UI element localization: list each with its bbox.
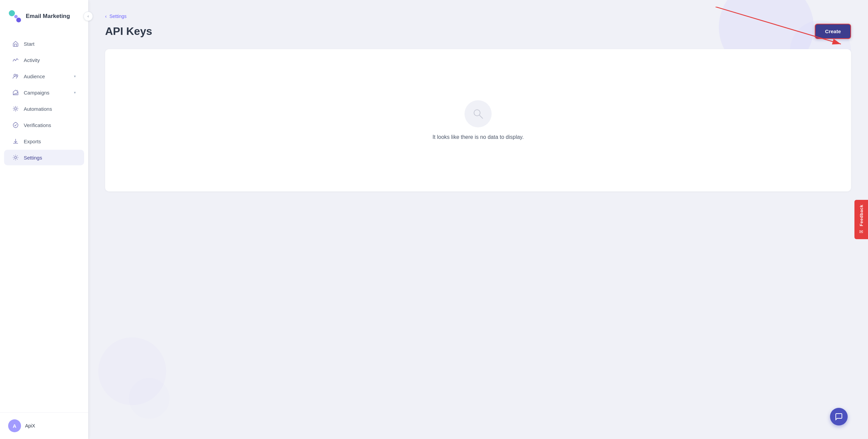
feedback-button[interactable]: Feedback ✉ (854, 200, 868, 239)
audience-icon (12, 73, 19, 80)
automations-icon (12, 105, 19, 112)
sidebar-item-campaigns-label: Campaigns (24, 90, 69, 96)
sidebar-item-start[interactable]: Start (4, 36, 84, 51)
sidebar-item-settings-label: Settings (24, 155, 76, 161)
feedback-icon: ✉ (859, 229, 863, 234)
chat-icon (835, 413, 843, 421)
page-title: API Keys (105, 25, 152, 38)
home-icon (12, 40, 19, 47)
empty-message: It looks like there is no data to displa… (432, 134, 524, 140)
sidebar-nav: Start Activity Audience ▾ (0, 33, 88, 412)
chevron-down-icon: ▾ (74, 74, 76, 79)
svg-point-2 (15, 108, 17, 110)
search-icon (472, 108, 484, 120)
svg-point-3 (15, 156, 17, 159)
svg-point-0 (14, 74, 16, 76)
sidebar-item-audience-label: Audience (24, 74, 69, 79)
app-title: Email Marketing (26, 13, 70, 20)
chevron-down-icon: ▾ (74, 90, 76, 95)
sidebar-item-campaigns[interactable]: Campaigns ▾ (4, 85, 84, 100)
svg-point-1 (16, 75, 18, 77)
user-name: ApiX (25, 423, 35, 428)
sidebar-collapse-button[interactable]: ‹ (83, 12, 93, 21)
empty-state: It looks like there is no data to displa… (432, 100, 524, 140)
verifications-icon (12, 122, 19, 128)
sidebar: Email Marketing ‹ Start Activity (0, 0, 88, 439)
sidebar-item-automations-label: Automations (24, 106, 76, 112)
exports-icon (12, 138, 19, 145)
settings-icon (12, 154, 19, 161)
app-logo (8, 9, 22, 23)
sidebar-footer: A ApiX (0, 412, 88, 439)
sidebar-item-exports[interactable]: Exports (4, 133, 84, 149)
breadcrumb-parent[interactable]: Settings (110, 14, 127, 19)
create-button[interactable]: Create (815, 24, 851, 39)
breadcrumb: ‹ Settings (105, 14, 851, 19)
breadcrumb-chevron: ‹ (105, 14, 107, 19)
sidebar-item-activity[interactable]: Activity (4, 52, 84, 68)
avatar: A (8, 419, 21, 432)
page-header: API Keys Create (105, 24, 851, 39)
empty-icon (465, 100, 492, 127)
sidebar-item-exports-label: Exports (24, 139, 76, 144)
campaigns-icon (12, 89, 19, 96)
sidebar-item-verifications-label: Verifications (24, 122, 76, 128)
svg-line-7 (479, 115, 483, 119)
sidebar-item-settings[interactable]: Settings (4, 150, 84, 165)
content-card: It looks like there is no data to displa… (105, 49, 851, 191)
feedback-label: Feedback (859, 205, 864, 226)
main-content: ‹ Settings API Keys Create It looks like… (88, 0, 868, 439)
chat-button[interactable] (830, 408, 848, 425)
sidebar-item-start-label: Start (24, 41, 76, 47)
sidebar-item-automations[interactable]: Automations (4, 101, 84, 117)
sidebar-header: Email Marketing (0, 0, 88, 33)
sidebar-item-activity-label: Activity (24, 57, 76, 63)
sidebar-item-audience[interactable]: Audience ▾ (4, 68, 84, 84)
sidebar-item-verifications[interactable]: Verifications (4, 117, 84, 133)
activity-icon (12, 57, 19, 63)
svg-point-6 (474, 110, 480, 116)
